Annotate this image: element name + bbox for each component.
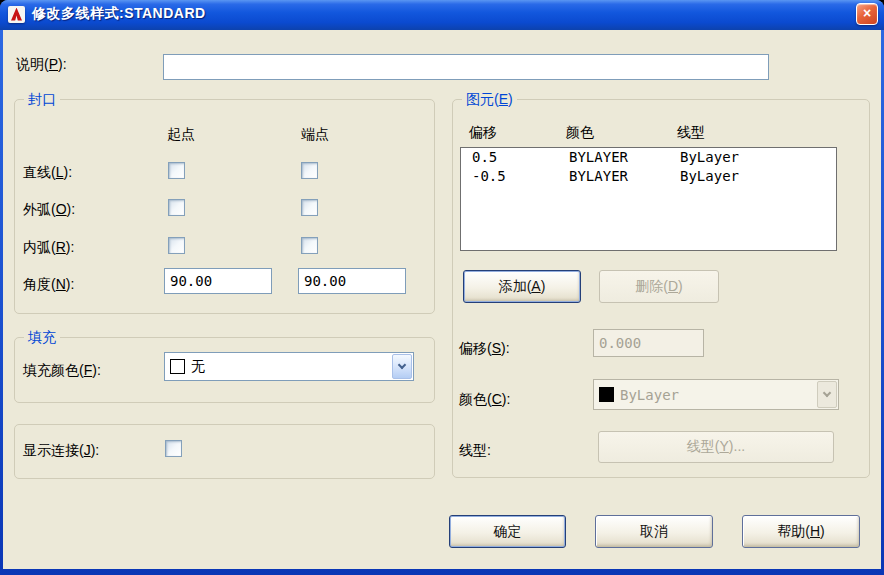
display-joints-label: 显示连接(J):: [23, 442, 99, 460]
caps-group: 封口 起点 端点 直线(L): 外弧(O): 内弧(R):: [14, 99, 435, 314]
fill-group: 填充 填充颜色(F): 无: [14, 337, 435, 403]
dialog-frame: 修改多线样式:STANDARD × 说明(P): 封口 起点 端点 直线(L):: [0, 0, 884, 575]
element-offset-input[interactable]: [593, 329, 704, 357]
elements-list-container: 偏移 颜色 线型 0.5 BYLAYER ByLayer -0.5 BYLAYE…: [460, 124, 837, 251]
element-color-label: 颜色(C):: [459, 391, 510, 409]
modify-multiline-style-dialog: 修改多线样式:STANDARD × 说明(P): 封口 起点 端点 直线(L):: [0, 0, 884, 575]
chevron-down-icon: [823, 389, 831, 397]
close-icon[interactable]: ×: [856, 3, 878, 25]
titlebar[interactable]: 修改多线样式:STANDARD ×: [0, 0, 884, 30]
delete-button[interactable]: 删除(D): [599, 270, 719, 303]
element-offset-label: 偏移(S):: [459, 340, 510, 358]
elements-listbox[interactable]: 0.5 BYLAYER ByLayer -0.5 BYLAYER ByLayer: [460, 147, 837, 251]
caps-col-end-header: 端点: [301, 126, 329, 144]
caps-col-start-header: 起点: [167, 126, 195, 144]
dialog-title: 修改多线样式:STANDARD: [32, 5, 206, 23]
caps-angle-label: 角度(N):: [23, 276, 74, 294]
list-item[interactable]: -0.5 BYLAYER ByLayer: [461, 167, 836, 186]
caps-group-title: 封口: [24, 91, 60, 109]
element-color-combobox[interactable]: ByLayer: [593, 379, 839, 410]
element-color-swatch: [599, 387, 614, 402]
help-button[interactable]: 帮助(H): [742, 515, 860, 548]
fill-color-combobox[interactable]: 无: [164, 352, 414, 381]
ok-button[interactable]: 确定: [449, 515, 566, 548]
list-item[interactable]: 0.5 BYLAYER ByLayer: [461, 148, 836, 167]
column-header-offset: 偏移: [469, 124, 566, 142]
caps-outer-arc-label: 外弧(O):: [23, 201, 75, 219]
caps-inner-arc-label: 内弧(R):: [23, 239, 74, 257]
elements-list-header: 偏移 颜色 线型: [460, 124, 837, 142]
elements-group-title: 图元(E): [462, 91, 517, 109]
linetype-button[interactable]: 线型(Y)...: [598, 431, 834, 463]
angle-end-input[interactable]: [298, 268, 406, 294]
fill-color-value: 无: [191, 358, 205, 376]
description-input[interactable]: [163, 54, 769, 80]
dialog-body: 说明(P): 封口 起点 端点 直线(L): 外弧(O): 内弧(: [3, 30, 881, 569]
checkbox-display-joints[interactable]: [165, 440, 182, 457]
add-button[interactable]: 添加(A): [463, 270, 581, 303]
column-header-linetype: 线型: [677, 124, 837, 142]
fill-color-label: 填充颜色(F):: [23, 362, 101, 380]
display-joints-group: 显示连接(J):: [14, 424, 435, 479]
app-icon: [8, 6, 25, 23]
checkbox-inner-arc-start[interactable]: [168, 237, 185, 254]
fill-color-swatch: [170, 359, 185, 374]
checkbox-inner-arc-end[interactable]: [301, 237, 318, 254]
angle-start-input[interactable]: [164, 268, 272, 294]
element-color-dropdown-button[interactable]: [817, 381, 837, 408]
fill-color-dropdown-button[interactable]: [392, 354, 412, 379]
checkbox-outer-arc-start[interactable]: [168, 199, 185, 216]
column-header-color: 颜色: [566, 124, 677, 142]
description-label: 说明(P):: [16, 56, 67, 74]
checkbox-outer-arc-end[interactable]: [301, 199, 318, 216]
checkbox-line-start[interactable]: [168, 162, 185, 179]
caps-line-label: 直线(L):: [23, 164, 72, 182]
chevron-down-icon: [398, 361, 406, 369]
checkbox-line-end[interactable]: [301, 162, 318, 179]
element-color-value: ByLayer: [620, 387, 679, 403]
elements-group: 图元(E) 偏移 颜色 线型 0.5 BYLAYER ByLayer: [452, 99, 870, 478]
fill-group-title: 填充: [24, 329, 60, 347]
cancel-button[interactable]: 取消: [595, 515, 713, 548]
element-linetype-label: 线型:: [459, 442, 491, 460]
